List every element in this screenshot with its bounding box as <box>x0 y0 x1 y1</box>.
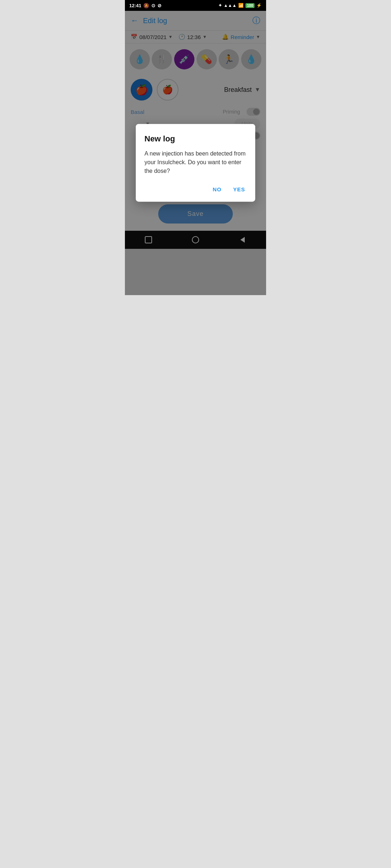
dialog-body: A new injection has been detected from y… <box>144 149 247 175</box>
signal-icon: ▲▲▲ <box>224 3 237 8</box>
vpn-icon: ⊘ <box>157 3 161 8</box>
wifi-icon: 📶 <box>238 3 244 8</box>
status-left: 12:41 🔕 ⊙ ⊘ <box>129 3 161 8</box>
dialog-actions: NO YES <box>144 184 247 195</box>
media-icon: ⊙ <box>151 3 155 8</box>
status-right: ✦ ▲▲▲ 📶 100 ⚡ <box>218 3 262 8</box>
bluetooth-icon: ✦ <box>218 3 222 8</box>
dialog-no-button[interactable]: NO <box>211 184 223 195</box>
alarm-off-icon: 🔕 <box>143 3 149 8</box>
battery-level: 100 <box>245 3 255 8</box>
dialog-yes-button[interactable]: YES <box>232 184 247 195</box>
status-bar: 12:41 🔕 ⊙ ⊘ ✦ ▲▲▲ 📶 100 ⚡ <box>125 0 266 11</box>
dialog-title: New log <box>144 134 247 144</box>
time-display: 12:41 <box>129 3 141 8</box>
charging-icon: ⚡ <box>256 3 262 8</box>
new-log-dialog: New log A new injection has been detecte… <box>136 124 255 202</box>
